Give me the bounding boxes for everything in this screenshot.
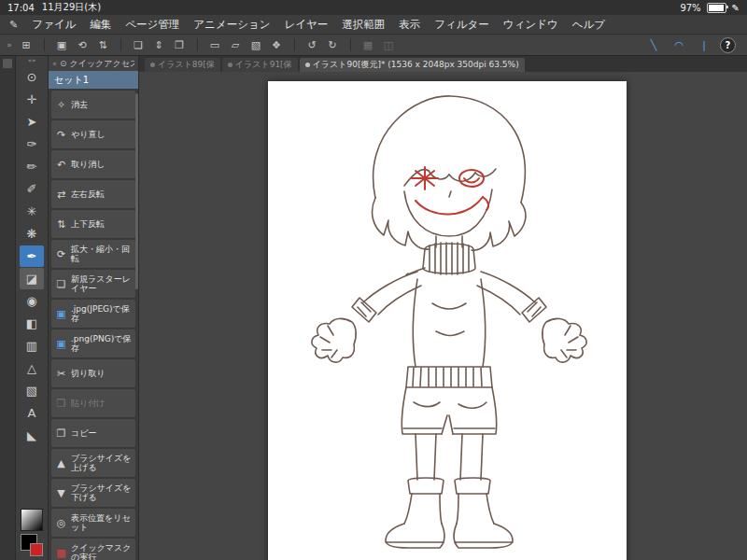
curve-tool-icon[interactable]: ◠ <box>669 36 688 53</box>
sort-pages-icon[interactable]: ⇅ <box>93 36 112 53</box>
status-right: 97% ✎ <box>680 3 740 13</box>
quick-action-erase[interactable]: ✧ 消去 <box>51 91 135 119</box>
stabilizer-icon[interactable]: ⟲ <box>73 36 92 53</box>
ruler-tool[interactable]: ◣ <box>20 425 44 446</box>
menu-file[interactable]: ファイル <box>32 18 76 32</box>
quick-action-flip-vertical[interactable]: ⇅ 上下反転 <box>51 210 135 238</box>
document-tab[interactable]: イラスト91[保 <box>222 58 298 72</box>
quick-action-undo[interactable]: ↶ 取り消し <box>51 150 135 178</box>
panel-collapse-icon[interactable]: « <box>52 60 57 68</box>
quick-access-title: クイックアクセス <box>69 58 134 70</box>
quick-access-panel: « ⊙ クイックアクセス セット1 ✧ 消去 ↷ やり直し ↶ 取り消し <box>49 56 139 560</box>
quick-access-header: « ⊙ クイックアクセス <box>49 56 138 71</box>
set-label: セット1 <box>54 74 89 87</box>
help-button[interactable]: ? <box>720 37 736 53</box>
airbrush-tool[interactable]: ✳ <box>20 201 44 222</box>
eraser-tool[interactable]: ◪ <box>20 268 44 289</box>
brush-tool[interactable]: ✐ <box>20 178 44 200</box>
clock-time: 17:04 <box>7 3 35 13</box>
battery-percent: 97% <box>680 3 700 13</box>
menu-view[interactable]: 表示 <box>399 18 420 32</box>
quick-action-quick-mask[interactable]: ▩ クイックマスクの実行 <box>51 539 135 560</box>
gradient-swatch[interactable] <box>21 509 43 531</box>
text-tool[interactable]: A <box>20 402 44 424</box>
invert-selection-icon[interactable]: ▧ <box>247 36 265 53</box>
command-bar: » ⊞ ▣ ⟲ ⇅ ❏ ⇕ ❐ ▭ ▱ ▧ ❖ ↺ ↻ ▦ ◫ ╲ ◠ ❘ ? <box>0 35 747 56</box>
character-sketch <box>268 81 627 560</box>
menu-help[interactable]: ヘルプ <box>572 18 605 32</box>
quick-action-copy[interactable]: ❐ コピー <box>51 419 135 447</box>
quick-access-set-selector[interactable]: セット1 <box>49 71 138 89</box>
menu-filter[interactable]: フィルター <box>434 18 489 32</box>
blend-tool[interactable]: ◉ <box>20 290 44 312</box>
menu-edit[interactable]: 編集 <box>90 18 111 32</box>
quick-action-brush-size-down[interactable]: ▼ ブラシサイズを下げる <box>51 479 135 507</box>
export-icon[interactable]: ❐ <box>170 36 189 53</box>
quick-action-save-jpeg[interactable]: ▣ .jpg(JPEG)で保存 <box>51 300 135 328</box>
gradient-tool[interactable]: ▥ <box>20 335 44 357</box>
quick-action-flip-horizontal[interactable]: ⇄ 左右反転 <box>51 180 135 208</box>
toolbar-separator <box>344 38 351 51</box>
pen-tool[interactable]: ✒ <box>20 245 44 267</box>
eyedropper-tool[interactable]: ✑ <box>20 133 44 155</box>
navigate-pages-icon[interactable]: ⇕ <box>149 36 168 53</box>
new-page-icon[interactable]: ❏ <box>129 36 148 53</box>
document-tab-bar: イラスト89[保 イラスト91[保 イラスト90[復元]* (1536 x 20… <box>139 56 747 72</box>
zoom-tool[interactable]: ⊙ <box>20 66 44 88</box>
collapse-panel-icon[interactable]: » <box>4 36 15 53</box>
operation-tool[interactable]: ➤ <box>20 111 44 133</box>
rotate-ccw-icon[interactable]: ↺ <box>303 36 321 53</box>
quick-action-brush-size-up[interactable]: ▲ ブラシサイズを上げる <box>51 449 135 477</box>
tool-palette-collapse-icon[interactable]: «» <box>28 57 36 65</box>
page-manager-icon[interactable]: ▣ <box>52 36 71 53</box>
select-area-icon[interactable]: ▭ <box>205 36 224 53</box>
quick-action-cut[interactable]: ✂ 切り取り <box>51 359 135 387</box>
erase-icon: ✧ <box>54 99 68 111</box>
toolbar-right-group: ╲ ◠ ❘ ? <box>644 36 743 53</box>
new-layer-icon: ❏ <box>54 278 68 290</box>
toolbar-separator <box>114 38 121 51</box>
quick-action-reset-view[interactable]: ◎ 表示位置をリセット <box>51 509 135 537</box>
menu-selection[interactable]: 選択範囲 <box>342 18 385 32</box>
quick-action-paste[interactable]: ❒ 貼り付け <box>51 389 135 417</box>
flip-vertical-icon: ⇅ <box>54 218 68 231</box>
menu-window[interactable]: ウィンドウ <box>503 18 558 32</box>
canvas-page[interactable] <box>268 81 627 560</box>
workspace-grid-icon[interactable]: ⊞ <box>17 36 35 53</box>
selection-tool[interactable]: ▧ <box>20 380 44 401</box>
document-tab[interactable]: イラスト89[保 <box>145 58 220 72</box>
move-tool[interactable]: ✛ <box>20 89 44 110</box>
brush-size-up-icon: ▲ <box>54 457 68 469</box>
material-panel-icon[interactable]: ◫ <box>379 36 398 53</box>
decoration-tool[interactable]: ❋ <box>20 223 44 245</box>
rotate-cw-icon[interactable]: ↻ <box>323 36 342 53</box>
quick-action-scale-rotate[interactable]: ⟳ 拡大・縮小・回転 <box>51 240 135 268</box>
document-tab-active[interactable]: イラスト90[復元]* (1536 x 2048px 350dpi 63.5%) <box>300 58 525 72</box>
main-sub-color <box>20 534 44 556</box>
menu-animation[interactable]: アニメーション <box>193 18 270 32</box>
menu-layer[interactable]: レイヤー <box>284 18 328 32</box>
menu-page-management[interactable]: ページ管理 <box>125 18 179 32</box>
sub-color-swatch[interactable] <box>30 543 43 556</box>
quick-access-list: ✧ 消去 ↷ やり直し ↶ 取り消し ⇄ 左右反転 ⇅ 上下反転 <box>49 89 138 560</box>
reset-view-icon: ◎ <box>54 517 68 529</box>
clip-studio-window: 17:04 11月29日(木) 97% ✎ ✎ ファイル 編集 ページ管理 アニ… <box>0 0 747 560</box>
figure-tool[interactable]: △ <box>20 357 44 379</box>
grid-icon[interactable]: ▦ <box>359 36 377 53</box>
fill-tool[interactable]: ◧ <box>20 313 44 334</box>
palette-handle-icon[interactable] <box>3 59 12 68</box>
stroke-tool-icon[interactable]: ❘ <box>695 36 713 53</box>
quick-action-new-raster-layer[interactable]: ❏ 新規ラスターレイヤー <box>51 270 135 298</box>
quick-action-redo[interactable]: ↷ やり直し <box>51 120 135 148</box>
quick-action-save-png[interactable]: ▣ .png(PNG)で保存 <box>51 329 135 357</box>
search-icon[interactable]: ⊙ <box>60 59 67 68</box>
color-swatches <box>20 509 44 556</box>
canvas-viewport[interactable] <box>139 72 747 560</box>
edit-pencil-icon[interactable]: ✎ <box>9 19 18 31</box>
pencil-tool[interactable]: ✏ <box>20 156 44 177</box>
deselect-icon[interactable]: ▱ <box>226 36 245 53</box>
unsaved-dot <box>228 63 233 67</box>
line-tool-icon[interactable]: ╲ <box>644 36 663 53</box>
quick-access-scrollbar[interactable] <box>135 93 138 289</box>
crop-icon[interactable]: ❖ <box>267 36 286 53</box>
